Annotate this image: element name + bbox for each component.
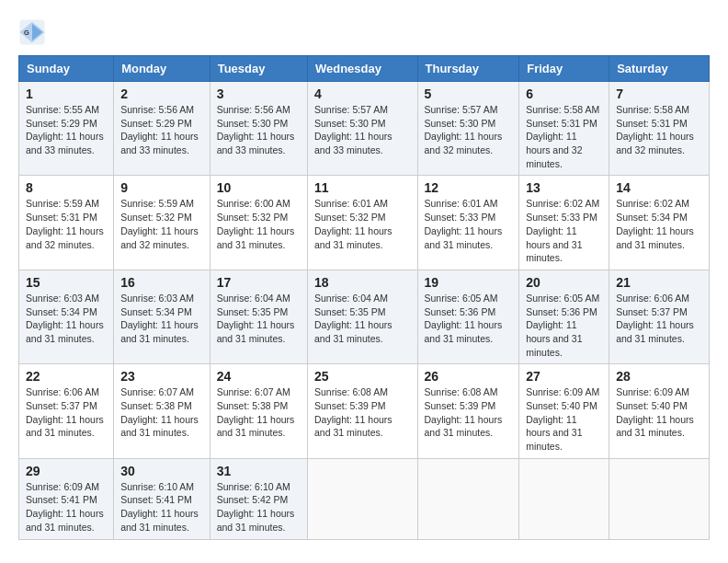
logo: G (18, 18, 50, 46)
calendar-cell: 27 Sunrise: 6:09 AM Sunset: 5:40 PM Dayl… (519, 364, 609, 458)
day-number: 26 (425, 369, 513, 384)
day-info: Sunrise: 5:59 AM Sunset: 5:32 PM Dayligh… (120, 197, 203, 251)
calendar-cell: 26 Sunrise: 6:08 AM Sunset: 5:39 PM Dayl… (417, 364, 519, 458)
calendar-cell (307, 458, 417, 539)
calendar-cell: 3 Sunrise: 5:56 AM Sunset: 5:30 PM Dayli… (210, 82, 307, 176)
calendar-week-5: 29 Sunrise: 6:09 AM Sunset: 5:41 PM Dayl… (19, 458, 710, 539)
day-info: Sunrise: 6:09 AM Sunset: 5:40 PM Dayligh… (616, 385, 702, 440)
calendar-cell: 29 Sunrise: 6:09 AM Sunset: 5:41 PM Dayl… (19, 458, 114, 539)
day-number: 16 (120, 275, 203, 290)
day-info: Sunrise: 6:10 AM Sunset: 5:41 PM Dayligh… (120, 480, 203, 534)
calendar-cell: 1 Sunrise: 5:55 AM Sunset: 5:29 PM Dayli… (19, 82, 114, 176)
day-info: Sunrise: 6:04 AM Sunset: 5:35 PM Dayligh… (314, 292, 411, 346)
day-info: Sunrise: 6:06 AM Sunset: 5:37 PM Dayligh… (616, 292, 702, 346)
day-number: 11 (314, 180, 411, 195)
calendar-cell: 11 Sunrise: 6:01 AM Sunset: 5:32 PM Dayl… (307, 176, 417, 270)
day-info: Sunrise: 6:03 AM Sunset: 5:34 PM Dayligh… (120, 292, 203, 346)
day-number: 15 (26, 275, 107, 290)
day-info: Sunrise: 5:57 AM Sunset: 5:30 PM Dayligh… (425, 103, 513, 157)
day-info: Sunrise: 6:06 AM Sunset: 5:37 PM Dayligh… (26, 385, 107, 440)
col-header-thursday: Thursday (417, 56, 519, 82)
calendar-cell: 19 Sunrise: 6:05 AM Sunset: 5:36 PM Dayl… (417, 270, 519, 363)
day-number: 23 (120, 369, 203, 384)
calendar-week-3: 15 Sunrise: 6:03 AM Sunset: 5:34 PM Dayl… (19, 270, 710, 363)
day-number: 18 (314, 275, 411, 290)
col-header-wednesday: Wednesday (307, 56, 417, 82)
day-number: 27 (526, 369, 602, 384)
day-number: 29 (26, 464, 107, 478)
day-info: Sunrise: 6:01 AM Sunset: 5:32 PM Dayligh… (314, 197, 411, 251)
calendar-cell: 31 Sunrise: 6:10 AM Sunset: 5:42 PM Dayl… (210, 458, 307, 539)
calendar-cell: 25 Sunrise: 6:08 AM Sunset: 5:39 PM Dayl… (307, 364, 417, 458)
calendar-cell (609, 458, 710, 539)
day-info: Sunrise: 5:56 AM Sunset: 5:30 PM Dayligh… (217, 103, 301, 157)
day-info: Sunrise: 6:02 AM Sunset: 5:33 PM Dayligh… (526, 197, 602, 264)
calendar-cell (519, 458, 609, 539)
calendar-cell: 8 Sunrise: 5:59 AM Sunset: 5:31 PM Dayli… (19, 176, 114, 270)
calendar-cell: 30 Sunrise: 6:10 AM Sunset: 5:41 PM Dayl… (114, 458, 210, 539)
day-number: 14 (616, 180, 702, 195)
calendar-cell: 10 Sunrise: 6:00 AM Sunset: 5:32 PM Dayl… (210, 176, 307, 270)
day-info: Sunrise: 5:58 AM Sunset: 5:31 PM Dayligh… (526, 103, 602, 170)
day-info: Sunrise: 6:04 AM Sunset: 5:35 PM Dayligh… (217, 292, 301, 346)
calendar-cell: 17 Sunrise: 6:04 AM Sunset: 5:35 PM Dayl… (210, 270, 307, 363)
day-number: 21 (616, 275, 702, 290)
calendar-cell: 21 Sunrise: 6:06 AM Sunset: 5:37 PM Dayl… (609, 270, 710, 363)
calendar-cell: 7 Sunrise: 5:58 AM Sunset: 5:31 PM Dayli… (609, 82, 710, 176)
calendar-week-1: 1 Sunrise: 5:55 AM Sunset: 5:29 PM Dayli… (19, 82, 710, 176)
day-number: 3 (217, 86, 301, 101)
calendar-week-2: 8 Sunrise: 5:59 AM Sunset: 5:31 PM Dayli… (19, 176, 710, 270)
logo-icon: G (18, 18, 46, 46)
day-info: Sunrise: 6:05 AM Sunset: 5:36 PM Dayligh… (425, 292, 513, 346)
day-info: Sunrise: 5:57 AM Sunset: 5:30 PM Dayligh… (314, 103, 411, 157)
day-info: Sunrise: 6:09 AM Sunset: 5:41 PM Dayligh… (26, 480, 107, 534)
day-number: 8 (26, 180, 107, 195)
day-number: 28 (616, 369, 702, 384)
calendar-cell: 2 Sunrise: 5:56 AM Sunset: 5:29 PM Dayli… (114, 82, 210, 176)
svg-text:G: G (24, 29, 29, 37)
header-row: SundayMondayTuesdayWednesdayThursdayFrid… (19, 56, 710, 82)
calendar-cell: 22 Sunrise: 6:06 AM Sunset: 5:37 PM Dayl… (19, 364, 114, 458)
calendar-cell: 20 Sunrise: 6:05 AM Sunset: 5:36 PM Dayl… (519, 270, 609, 363)
day-number: 19 (425, 275, 513, 290)
calendar-cell: 6 Sunrise: 5:58 AM Sunset: 5:31 PM Dayli… (519, 82, 609, 176)
calendar-table: SundayMondayTuesdayWednesdayThursdayFrid… (18, 55, 710, 540)
day-number: 10 (217, 180, 301, 195)
calendar-cell: 23 Sunrise: 6:07 AM Sunset: 5:38 PM Dayl… (114, 364, 210, 458)
calendar-cell: 5 Sunrise: 5:57 AM Sunset: 5:30 PM Dayli… (417, 82, 519, 176)
day-info: Sunrise: 6:03 AM Sunset: 5:34 PM Dayligh… (26, 292, 107, 346)
day-number: 31 (217, 464, 301, 478)
calendar-cell: 4 Sunrise: 5:57 AM Sunset: 5:30 PM Dayli… (307, 82, 417, 176)
day-number: 22 (26, 369, 107, 384)
day-number: 5 (425, 86, 513, 101)
col-header-saturday: Saturday (609, 56, 710, 82)
day-number: 17 (217, 275, 301, 290)
calendar-cell: 9 Sunrise: 5:59 AM Sunset: 5:32 PM Dayli… (114, 176, 210, 270)
col-header-monday: Monday (114, 56, 210, 82)
day-number: 2 (120, 86, 203, 101)
day-number: 13 (526, 180, 602, 195)
day-number: 25 (314, 369, 411, 384)
day-info: Sunrise: 6:07 AM Sunset: 5:38 PM Dayligh… (217, 385, 301, 440)
day-number: 7 (616, 86, 702, 101)
calendar-cell: 14 Sunrise: 6:02 AM Sunset: 5:34 PM Dayl… (609, 176, 710, 270)
calendar-cell: 18 Sunrise: 6:04 AM Sunset: 5:35 PM Dayl… (307, 270, 417, 363)
calendar-cell: 28 Sunrise: 6:09 AM Sunset: 5:40 PM Dayl… (609, 364, 710, 458)
day-number: 9 (120, 180, 203, 195)
day-number: 30 (120, 464, 203, 478)
calendar-cell (417, 458, 519, 539)
day-info: Sunrise: 5:56 AM Sunset: 5:29 PM Dayligh… (120, 103, 203, 157)
day-info: Sunrise: 6:07 AM Sunset: 5:38 PM Dayligh… (120, 385, 203, 440)
calendar-cell: 24 Sunrise: 6:07 AM Sunset: 5:38 PM Dayl… (210, 364, 307, 458)
day-number: 4 (314, 86, 411, 101)
day-info: Sunrise: 6:00 AM Sunset: 5:32 PM Dayligh… (217, 197, 301, 251)
calendar-cell: 12 Sunrise: 6:01 AM Sunset: 5:33 PM Dayl… (417, 176, 519, 270)
calendar-cell: 13 Sunrise: 6:02 AM Sunset: 5:33 PM Dayl… (519, 176, 609, 270)
day-info: Sunrise: 5:55 AM Sunset: 5:29 PM Dayligh… (26, 103, 107, 157)
day-info: Sunrise: 6:10 AM Sunset: 5:42 PM Dayligh… (217, 480, 301, 534)
day-info: Sunrise: 5:59 AM Sunset: 5:31 PM Dayligh… (26, 197, 107, 251)
day-info: Sunrise: 5:58 AM Sunset: 5:31 PM Dayligh… (616, 103, 702, 157)
day-info: Sunrise: 6:02 AM Sunset: 5:34 PM Dayligh… (616, 197, 702, 251)
day-number: 1 (26, 86, 107, 101)
day-info: Sunrise: 6:05 AM Sunset: 5:36 PM Dayligh… (526, 292, 602, 359)
